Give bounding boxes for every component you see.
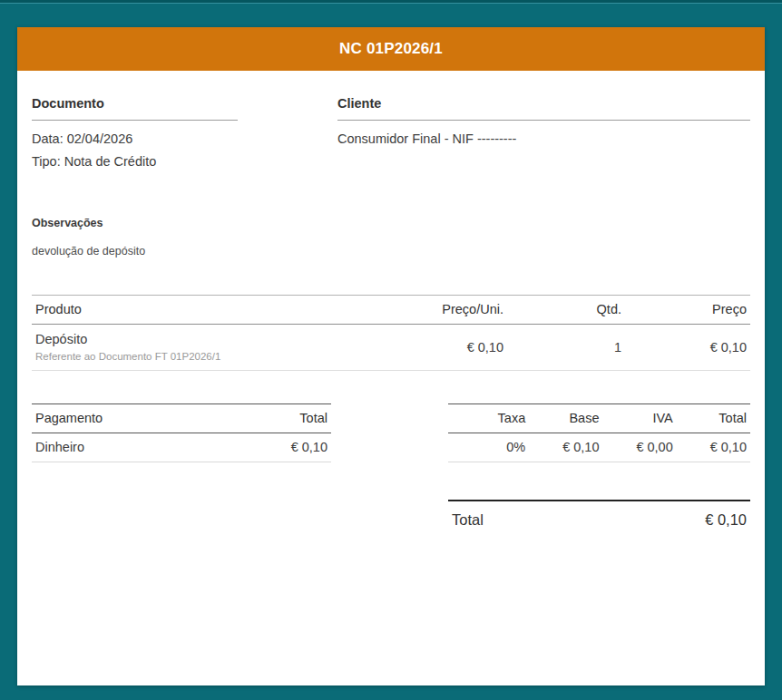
col-header-produto: Produto xyxy=(35,303,349,316)
observations-section: Observações devolução de depósito xyxy=(32,217,750,258)
products-table: Produto Preço/Uni. Qtd. Preço Depósito R… xyxy=(32,295,750,371)
tax-row: 0% € 0,10 € 0,00 € 0,10 xyxy=(448,433,750,462)
document-title-bar: NC 01P2026/1 xyxy=(17,27,765,71)
document-title: NC 01P2026/1 xyxy=(339,40,443,58)
grand-total-section: Total € 0,10 xyxy=(448,500,750,529)
product-name: Depósito xyxy=(35,332,349,347)
col-header-pagamento-total: Total xyxy=(299,412,327,425)
payments-table-header: Pagamento Total xyxy=(32,404,331,433)
tax-iva: € 0,00 xyxy=(600,441,673,454)
window-top-highlight xyxy=(0,3,782,4)
col-header-preco-uni: Preço/Uni. xyxy=(349,303,503,316)
col-header-iva: IVA xyxy=(600,412,673,425)
info-row: Documento Data: 02/04/2026 Tipo: Nota de… xyxy=(32,96,750,170)
product-price: € 0,10 xyxy=(621,340,747,355)
payment-total: € 0,10 xyxy=(291,441,327,454)
document-section-heading: Documento xyxy=(32,96,238,121)
credit-note-card: NC 01P2026/1 Documento Data: 02/04/2026 … xyxy=(17,27,765,685)
col-header-base: Base xyxy=(525,412,599,425)
tax-rate: 0% xyxy=(452,441,525,454)
grand-total-value: € 0,10 xyxy=(705,511,747,529)
col-header-taxa-total: Total xyxy=(673,412,747,425)
payment-row: Dinheiro € 0,10 xyxy=(32,433,331,462)
col-header-qtd: Qtd. xyxy=(503,303,621,316)
document-date: Data: 02/04/2026 xyxy=(32,131,238,147)
observations-text: devolução de depósito xyxy=(32,245,750,258)
product-quantity: 1 xyxy=(503,340,621,355)
taxes-table-header: Taxa Base IVA Total xyxy=(448,404,750,433)
col-header-preco: Preço xyxy=(621,303,747,316)
product-cell: Depósito Referente ao Documento FT 01P20… xyxy=(35,332,349,363)
summary-row: Pagamento Total Dinheiro € 0,10 Taxa Bas… xyxy=(32,403,750,462)
client-section: Cliente Consumidor Final - NIF --------- xyxy=(337,96,750,170)
col-header-taxa: Taxa xyxy=(452,412,525,425)
client-name: Consumidor Final - NIF --------- xyxy=(337,131,750,147)
product-unit-price: € 0,10 xyxy=(349,340,503,355)
taxes-table: Taxa Base IVA Total 0% € 0,10 € 0,00 € 0… xyxy=(448,403,750,462)
product-reference: Referente ao Documento FT 01P2026/1 xyxy=(35,351,349,363)
col-header-pagamento: Pagamento xyxy=(35,412,103,425)
tax-total: € 0,10 xyxy=(673,441,747,454)
document-type: Tipo: Nota de Crédito xyxy=(32,153,238,170)
grand-total-label: Total xyxy=(452,511,484,529)
payments-table: Pagamento Total Dinheiro € 0,10 xyxy=(32,403,331,462)
client-section-heading: Cliente xyxy=(337,96,750,121)
products-table-header: Produto Preço/Uni. Qtd. Preço xyxy=(32,296,750,325)
document-body: Documento Data: 02/04/2026 Tipo: Nota de… xyxy=(17,71,765,529)
product-row: Depósito Referente ao Documento FT 01P20… xyxy=(32,325,750,371)
payment-method: Dinheiro xyxy=(35,441,84,454)
tax-base: € 0,10 xyxy=(525,441,599,454)
observations-heading: Observações xyxy=(32,217,750,230)
document-section: Documento Data: 02/04/2026 Tipo: Nota de… xyxy=(32,96,238,170)
